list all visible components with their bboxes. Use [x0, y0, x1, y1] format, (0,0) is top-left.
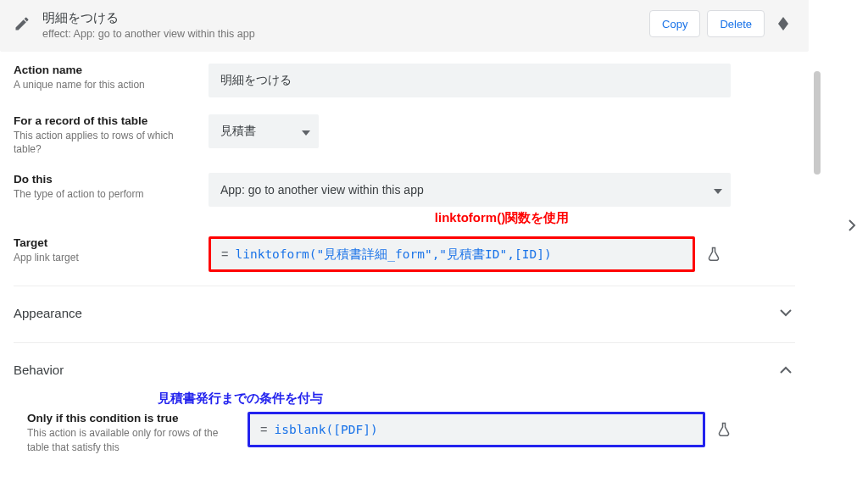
row-target: Target App link target = linktoform("見積書…: [14, 236, 795, 277]
label-table: For a record of this table: [14, 114, 193, 127]
subtitle-prefix: effect:: [42, 28, 74, 40]
label-action-name: Action name: [14, 64, 193, 76]
row-table: For a record of this table This action a…: [14, 103, 795, 161]
caret-down-icon: [302, 125, 310, 138]
test-expression-button[interactable]: [707, 413, 741, 446]
row-action-name: Action name A unique name for this actio…: [14, 52, 795, 103]
rparen: ): [544, 247, 552, 261]
panel-header: 明細をつける effect: App: go to another view w…: [0, 0, 809, 52]
comma1: ,: [432, 247, 440, 261]
do-this-value: App: go to another view within this app: [220, 183, 424, 197]
scrollbar-thumb[interactable]: [814, 71, 821, 175]
desc-table: This action applies to rows of which tab…: [14, 129, 193, 156]
edit-icon: [10, 12, 34, 36]
section-appearance-title: Appearance: [14, 306, 82, 320]
panel-title: 明細をつける: [42, 10, 649, 26]
test-expression-button[interactable]: [697, 237, 731, 271]
do-this-dropdown[interactable]: App: go to another view within this app: [209, 173, 731, 207]
action-name-input[interactable]: 明細をつける: [209, 64, 731, 97]
rparen: ): [370, 423, 378, 436]
arg3: [ID]: [515, 247, 544, 261]
desc-do-this: The type of action to perform: [14, 187, 193, 201]
annotation-condition: 見積書発行までの条件を付与: [158, 391, 795, 412]
table-dropdown[interactable]: 見積書: [209, 114, 319, 148]
label-do-this: Do this: [14, 173, 193, 186]
label-target: Target: [14, 236, 193, 249]
section-appearance[interactable]: Appearance: [14, 286, 795, 334]
chevron-up-icon: [776, 358, 795, 380]
fn-name: linktoform: [235, 247, 309, 261]
chevron-down-icon: [776, 302, 795, 324]
arg1: "見積書詳細_form": [317, 247, 432, 263]
copy-button[interactable]: Copy: [649, 10, 700, 37]
side-panel-expand-icon[interactable]: [848, 219, 856, 236]
arg2: "見積書ID": [439, 247, 507, 263]
fn-name: isblank: [274, 423, 326, 436]
annotation-linktoform: linktoform()関数を使用: [209, 207, 795, 231]
label-condition: Only if this condition is true: [27, 412, 232, 424]
section-behavior[interactable]: Behavior: [14, 342, 795, 391]
equals-sign: =: [221, 247, 228, 261]
row-condition: Only if this condition is true This acti…: [14, 412, 795, 458]
arg1: [PDF]: [333, 423, 370, 436]
delete-button[interactable]: Delete: [707, 10, 765, 37]
section-behavior-title: Behavior: [14, 363, 64, 377]
lparen: (: [309, 247, 317, 261]
table-value: 見積書: [220, 124, 256, 139]
equals-sign: =: [260, 423, 267, 436]
action-editor-panel: 明細をつける effect: App: go to another view w…: [0, 0, 809, 488]
row-do-this: Do this The type of action to perform Ap…: [14, 161, 795, 236]
subtitle-value: App: go to another view within this app: [74, 28, 255, 40]
desc-target: App link target: [14, 251, 193, 264]
lparen: (: [326, 423, 334, 436]
condition-expression-input[interactable]: = isblank([PDF]): [248, 412, 705, 447]
reorder-handle[interactable]: [771, 10, 795, 37]
target-expression-input[interactable]: = linktoform("見積書詳細_form","見積書ID",[ID]): [209, 236, 695, 272]
desc-condition: This action is available only for rows o…: [27, 426, 232, 453]
panel-subtitle: effect: App: go to another view within t…: [42, 28, 649, 40]
desc-action-name: A unique name for this action: [14, 78, 193, 92]
action-name-value: 明細をつける: [220, 73, 292, 88]
comma2: ,: [507, 247, 515, 261]
caret-down-icon: [714, 183, 722, 197]
